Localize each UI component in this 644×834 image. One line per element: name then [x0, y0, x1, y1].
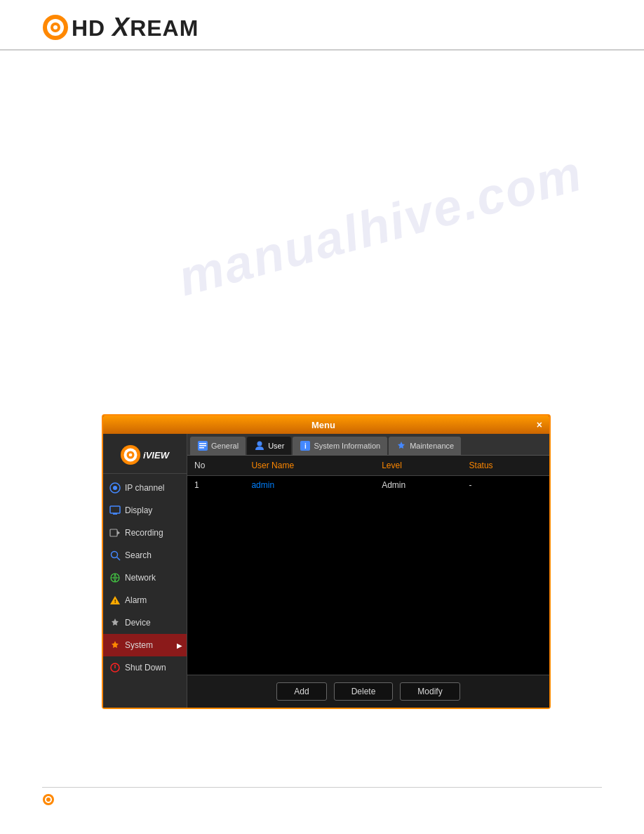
sidebar-item-label: System [125, 640, 153, 650]
svg-text:!: ! [114, 599, 116, 604]
menu-body: iVIEW IP channel [103, 434, 549, 708]
buttons-row: Add Delete Modify [187, 675, 549, 708]
svg-point-13 [111, 551, 117, 557]
tab-general-label: General [211, 442, 239, 450]
sidebar-item-label: Alarm [125, 595, 147, 605]
cell-status: - [462, 476, 549, 495]
svg-marker-12 [117, 531, 120, 535]
ip-channel-icon [109, 482, 121, 494]
watermark: manualhive.com [172, 144, 588, 307]
svg-point-8 [113, 486, 117, 490]
svg-rect-23 [199, 445, 206, 446]
add-button[interactable]: Add [276, 682, 326, 701]
modify-button[interactable]: Modify [400, 682, 459, 701]
sidebar-item-label: IP channel [125, 483, 165, 493]
device-icon [109, 616, 121, 629]
sidebar-item-label: Search [125, 550, 152, 560]
display-icon [109, 504, 121, 517]
tab-user[interactable]: User [247, 437, 291, 455]
sidebar-item-network[interactable]: Network [103, 567, 187, 589]
system-icon [109, 639, 121, 651]
sidebar-item-recording[interactable]: Recording [103, 522, 187, 544]
sidebar-item-label: Network [125, 573, 156, 583]
sidebar-item-label: Recording [125, 528, 163, 538]
col-username: User Name [244, 456, 375, 476]
recording-icon [109, 527, 121, 539]
maintenance-tab-icon [396, 440, 407, 451]
svg-point-25 [257, 442, 262, 446]
logo-ream: REAM [130, 15, 199, 41]
tab-system-information[interactable]: i System Information [293, 437, 387, 455]
svg-text:i: i [304, 442, 307, 450]
sidebar-item-display[interactable]: Display [103, 499, 187, 522]
table-header-row: No User Name Level Status [187, 456, 549, 476]
tab-user-label: User [268, 442, 284, 450]
sidebar-item-alarm[interactable]: ! Alarm [103, 589, 187, 611]
sidebar-item-label: Display [125, 505, 152, 515]
tab-system-information-label: System Information [314, 442, 380, 450]
col-status: Status [462, 456, 549, 476]
logo-x: X [112, 13, 130, 41]
network-icon [109, 571, 121, 584]
col-level: Level [375, 456, 462, 476]
system-info-tab-icon: i [300, 440, 311, 451]
delete-button[interactable]: Delete [334, 682, 394, 701]
tab-maintenance[interactable]: Maintenance [389, 437, 461, 455]
sidebar-item-shutdown[interactable]: Shut Down [103, 656, 187, 679]
menu-title: Menu [110, 420, 537, 430]
sidebar-logo-text: iVIEW [143, 450, 169, 461]
general-tab-icon [197, 440, 208, 451]
svg-rect-9 [110, 506, 120, 513]
svg-rect-24 [199, 447, 204, 449]
sidebar-item-device[interactable]: Device [103, 611, 187, 634]
logo-text: HD XREAM [72, 13, 199, 42]
svg-rect-10 [113, 513, 117, 515]
tab-maintenance-label: Maintenance [410, 442, 454, 450]
table-area: No User Name Level Status 1 admin Admin … [187, 456, 549, 675]
sidebar-logo: iVIEW [103, 439, 187, 474]
logo-hd: HD [72, 15, 105, 41]
sidebar: iVIEW IP channel [103, 434, 187, 708]
menu-dialog: Menu × iVIEW [102, 414, 551, 709]
user-tab-icon [254, 440, 265, 451]
header: HD XREAM [0, 0, 644, 51]
search-icon [109, 549, 121, 562]
svg-rect-22 [199, 443, 206, 444]
tab-general[interactable]: General [190, 437, 246, 455]
cell-username: admin [244, 476, 375, 495]
sidebar-item-ip-channel[interactable]: IP channel [103, 477, 187, 499]
user-table: No User Name Level Status 1 admin Admin … [187, 456, 549, 494]
svg-rect-11 [110, 529, 117, 536]
col-no: No [187, 456, 244, 476]
system-arrow-icon: ▶ [177, 642, 182, 649]
sidebar-item-label: Shut Down [125, 663, 166, 673]
right-panel: General User i System Information [187, 434, 549, 708]
svg-line-14 [116, 557, 120, 560]
menu-close-button[interactable]: × [537, 419, 542, 430]
cell-no: 1 [187, 476, 244, 495]
sidebar-item-label: Device [125, 618, 151, 628]
shutdown-icon [109, 661, 121, 674]
svg-point-3 [53, 25, 58, 29]
footer-icon [42, 793, 55, 806]
cell-level: Admin [375, 476, 462, 495]
logo: HD XREAM [42, 13, 602, 42]
sidebar-logo-icon [121, 445, 140, 465]
menu-title-bar: Menu × [103, 416, 549, 434]
svg-point-30 [46, 797, 51, 802]
logo-icon [42, 14, 69, 41]
footer [42, 787, 602, 806]
alarm-icon: ! [109, 594, 121, 607]
tabs: General User i System Information [187, 434, 549, 456]
sidebar-item-system[interactable]: System ▶ [103, 634, 187, 656]
svg-point-6 [129, 454, 133, 457]
table-row[interactable]: 1 admin Admin - [187, 476, 549, 495]
sidebar-item-search[interactable]: Search [103, 544, 187, 567]
